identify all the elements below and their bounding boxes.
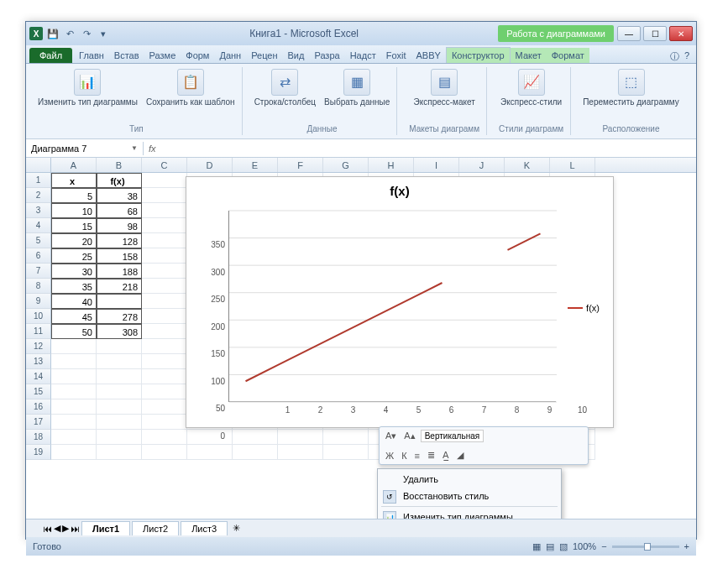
sheet-nav-last-icon[interactable]: ⏭ [71, 524, 80, 534]
row-header[interactable]: 9 [26, 294, 51, 309]
cell[interactable] [278, 430, 323, 445]
row-header[interactable]: 10 [26, 309, 51, 324]
cell[interactable] [51, 354, 97, 369]
cell[interactable]: f(x) [97, 173, 142, 188]
help-icon[interactable]: ? [684, 50, 689, 63]
cell[interactable]: 68 [97, 203, 142, 218]
col-header[interactable]: A [51, 158, 97, 172]
cell[interactable]: 45 [51, 309, 97, 324]
fx-icon[interactable]: fx [144, 144, 161, 154]
cell[interactable] [51, 430, 97, 445]
cell[interactable]: 98 [97, 218, 142, 233]
col-header[interactable]: H [369, 158, 414, 172]
cell[interactable] [97, 384, 142, 399]
chevron-down-icon[interactable]: ▼ [131, 144, 138, 152]
row-header[interactable]: 12 [26, 339, 51, 354]
col-header[interactable]: L [550, 158, 595, 172]
cell[interactable] [233, 430, 278, 445]
cell[interactable] [142, 339, 187, 354]
close-button[interactable]: ✕ [669, 26, 693, 41]
cell[interactable] [142, 399, 187, 415]
sheet-tab[interactable]: Лист3 [181, 521, 228, 535]
cell[interactable]: 188 [97, 264, 142, 279]
cell[interactable] [142, 203, 187, 218]
cell[interactable]: 158 [97, 248, 142, 264]
col-header[interactable]: E [233, 158, 278, 172]
col-header[interactable]: G [323, 158, 369, 172]
fill-color-icon[interactable]: ◢ [454, 449, 466, 462]
tab-home[interactable]: Главн [74, 48, 109, 63]
tab-chart-layout[interactable]: Макет [511, 48, 547, 63]
row-header[interactable]: 18 [26, 430, 51, 445]
cell[interactable] [51, 384, 97, 399]
switch-row-col-button[interactable]: ⇄Строка/столбец [254, 69, 316, 107]
row-header[interactable]: 11 [26, 324, 51, 339]
tab-chart-format[interactable]: Формат [547, 48, 589, 63]
font-color-icon[interactable]: A̲ [440, 449, 452, 462]
row-header[interactable]: 3 [26, 203, 51, 218]
sheet-nav-prev-icon[interactable]: ◀ [54, 523, 60, 534]
qat-dropdown-icon[interactable]: ▾ [97, 27, 110, 40]
cell[interactable] [142, 354, 187, 369]
cm-delete[interactable]: Удалить [378, 471, 561, 488]
col-header[interactable]: D [187, 158, 233, 172]
tab-developer[interactable]: Разра [309, 48, 344, 63]
row-header[interactable]: 5 [26, 233, 51, 248]
cell[interactable] [142, 188, 187, 203]
tab-data[interactable]: Данн [214, 48, 246, 63]
cell[interactable] [142, 309, 187, 324]
tab-layout[interactable]: Разме [144, 48, 181, 63]
row-header[interactable]: 7 [26, 264, 51, 279]
cell[interactable]: 25 [51, 248, 97, 264]
cell[interactable] [142, 369, 187, 384]
cell[interactable] [51, 415, 97, 430]
row-header[interactable]: 1 [26, 173, 51, 188]
file-tab[interactable]: Файл [29, 48, 72, 63]
quick-styles-button[interactable]: 📈Экспресс-стили [500, 69, 562, 107]
cell[interactable] [97, 339, 142, 354]
cm-reset-style[interactable]: ↺Восстановить стиль [378, 488, 561, 504]
chart-plot-area[interactable]: 05010015020025030035012345678910 [228, 211, 556, 402]
cell[interactable]: 128 [97, 233, 142, 248]
cell[interactable]: 5 [51, 188, 97, 203]
sheet-nav-first-icon[interactable]: ⏮ [43, 524, 52, 534]
zoom-in-icon[interactable]: + [684, 541, 689, 551]
save-template-button[interactable]: 📋Сохранить как шаблон [146, 69, 235, 107]
undo-icon[interactable]: ↶ [63, 27, 76, 40]
view-normal-icon[interactable]: ▦ [532, 541, 541, 552]
cell[interactable] [142, 248, 187, 264]
cell[interactable]: 10 [51, 203, 97, 218]
col-header[interactable]: I [414, 158, 459, 172]
move-chart-button[interactable]: ⬚Переместить диаграмму [583, 69, 679, 107]
cell[interactable] [142, 430, 187, 445]
cell[interactable] [323, 445, 369, 460]
sheet-tab[interactable]: Лист2 [132, 521, 179, 535]
row-header[interactable]: 14 [26, 369, 51, 384]
cell[interactable]: 38 [97, 188, 142, 203]
cell[interactable] [142, 445, 187, 460]
save-icon[interactable]: 💾 [46, 27, 60, 40]
col-header[interactable]: J [459, 158, 505, 172]
cell[interactable] [97, 354, 142, 369]
tab-review[interactable]: Рецен [246, 48, 282, 63]
row-header[interactable]: 2 [26, 188, 51, 203]
cell[interactable]: 40 [51, 294, 97, 309]
cell[interactable] [97, 430, 142, 445]
view-layout-icon[interactable]: ▤ [546, 541, 554, 552]
italic-button[interactable]: К [399, 450, 409, 462]
cell[interactable]: 308 [97, 324, 142, 339]
cell[interactable] [97, 399, 142, 415]
cell[interactable] [233, 445, 278, 460]
cell[interactable] [97, 445, 142, 460]
row-header[interactable]: 19 [26, 445, 51, 460]
cell[interactable] [51, 339, 97, 354]
tab-foxit[interactable]: Foxit [381, 48, 411, 63]
cell[interactable]: 30 [51, 264, 97, 279]
row-header[interactable]: 16 [26, 399, 51, 415]
cell[interactable] [97, 415, 142, 430]
cell[interactable]: 218 [97, 279, 142, 294]
cell[interactable] [142, 294, 187, 309]
view-break-icon[interactable]: ▧ [559, 541, 568, 552]
col-header[interactable]: C [142, 158, 187, 172]
col-header[interactable]: K [505, 158, 550, 172]
